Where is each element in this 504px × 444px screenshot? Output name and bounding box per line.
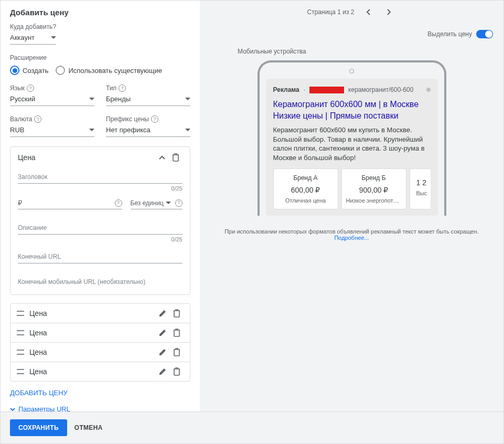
headline-counter: 0/25 — [18, 185, 183, 192]
trash-icon — [173, 309, 180, 318]
drag-handle-icon[interactable] — [17, 330, 24, 335]
disclaimer: При использовании некоторых форматов объ… — [200, 216, 503, 253]
highlight-label: Выделить цену — [427, 30, 472, 38]
currency-label: Валюта — [10, 115, 32, 123]
add-price-button[interactable]: ДОБАВИТЬ ЦЕНУ — [10, 389, 68, 397]
chevron-down-icon — [89, 98, 94, 101]
price-row: Цена — [10, 323, 190, 343]
redacted-domain — [309, 87, 344, 93]
pencil-icon — [158, 309, 167, 318]
trash-icon — [173, 348, 180, 356]
brand-card-partial: 1 2 Выс — [410, 168, 431, 209]
currency-symbol: ₽ — [18, 199, 22, 207]
chevron-down-icon — [185, 98, 190, 101]
unit-select[interactable]: Без единиц ? — [131, 197, 183, 209]
help-icon[interactable]: ? — [151, 115, 158, 123]
price-prefix-select[interactable]: Нет префикса — [106, 126, 190, 137]
radio-create[interactable]: Создать — [10, 66, 48, 75]
type-select[interactable]: Бренды — [106, 95, 190, 106]
price-row: Цена — [10, 343, 190, 362]
brand-desc: Отличная цена — [278, 197, 334, 204]
lang-value: Русский — [10, 95, 89, 103]
radio-icon-unselected — [56, 66, 65, 75]
add-to-select[interactable]: Аккаунт — [10, 34, 56, 45]
disclaimer-link[interactable]: Подробнее... — [334, 235, 369, 241]
help-icon[interactable]: ? — [27, 84, 34, 92]
chevron-down-icon — [89, 129, 94, 132]
pager-next-button[interactable] — [382, 6, 396, 18]
delete-button[interactable] — [170, 309, 184, 318]
pencil-icon — [158, 367, 167, 376]
chevron-down-icon — [185, 129, 190, 132]
radio-icon-selected — [10, 66, 19, 75]
chevron-down-icon — [10, 407, 15, 412]
drag-handle-icon[interactable] — [17, 369, 24, 374]
mobile-device-frame: Реклама · керамогранит/600-600 Керамогра… — [258, 60, 446, 216]
drag-handle-icon[interactable] — [17, 311, 24, 316]
lang-label: Язык — [10, 84, 25, 92]
price-card-title: Цена — [18, 153, 155, 162]
ad-menu-icon — [426, 88, 431, 92]
chevron-down-icon — [51, 36, 56, 39]
help-icon[interactable]: ? — [119, 84, 126, 92]
brand-card: Бренд А 600,00 ₽ Отличная цена — [273, 168, 338, 209]
ad-preview-card: Реклама · керамогранит/600-600 Керамогра… — [266, 79, 438, 216]
price-row: Цена — [10, 304, 190, 323]
radio-create-label: Создать — [23, 67, 48, 75]
drag-handle-icon[interactable] — [17, 350, 24, 355]
brand-desc: Низкое энергопотре... — [346, 197, 402, 204]
chevron-right-icon — [387, 8, 392, 16]
device-label: Мобильные устройства — [200, 38, 503, 60]
brand-price: 600,00 ₽ — [278, 186, 334, 194]
highlight-toggle[interactable] — [476, 30, 493, 38]
pager-text: Страница 1 из 2 — [307, 8, 355, 16]
ad-headline: Керамогранит 600х600 мм | в Москве Низки… — [273, 99, 431, 121]
brand-name: Бренд Б — [346, 174, 402, 182]
pager: Страница 1 из 2 — [200, 1, 503, 24]
brand-price: 1 2 — [416, 178, 430, 187]
trash-icon — [172, 153, 179, 162]
delete-button[interactable] — [170, 348, 184, 356]
url-params-label: Параметры URL — [18, 405, 70, 411]
headline-input[interactable]: Заголовок — [18, 168, 183, 184]
page-title: Добавить цену — [10, 8, 190, 17]
disclaimer-text: При использовании некоторых форматов объ… — [224, 228, 479, 235]
mobile-url-input[interactable]: Конечный мобильный URL (необязательно) — [18, 273, 183, 288]
cancel-button[interactable]: ОТМЕНА — [74, 424, 103, 431]
add-to-label: Куда добавить? — [10, 23, 190, 30]
add-to-value: Аккаунт — [10, 34, 51, 41]
delete-button[interactable] — [170, 329, 184, 337]
radio-use-existing[interactable]: Использовать существующие — [56, 66, 162, 75]
type-label: Тип — [106, 84, 116, 92]
price-row-label: Цена — [29, 309, 155, 318]
help-icon[interactable]: ? — [175, 199, 183, 207]
chevron-down-icon — [166, 202, 171, 205]
delete-button[interactable] — [170, 367, 184, 376]
collapse-button[interactable] — [155, 155, 169, 160]
help-icon[interactable]: ? — [115, 199, 122, 207]
chevron-up-icon — [158, 155, 166, 160]
description-input[interactable]: Описание — [18, 219, 183, 235]
brand-desc: Выс — [416, 190, 430, 196]
edit-button[interactable] — [155, 348, 170, 356]
price-prefix-value: Нет префикса — [106, 126, 185, 134]
delete-button[interactable] — [169, 153, 183, 162]
brand-price: 900,00 ₽ — [346, 186, 402, 194]
help-icon[interactable]: ? — [34, 115, 41, 123]
extension-label: Расширение — [10, 54, 190, 61]
edit-button[interactable] — [155, 367, 170, 376]
edit-button[interactable] — [155, 309, 170, 318]
edit-button[interactable] — [155, 329, 170, 337]
price-amount-input[interactable]: ₽ ? — [18, 197, 122, 209]
final-url-input[interactable]: Конечный URL — [18, 248, 183, 263]
ad-description: Керамогранит 600х600 мм купить в Москве.… — [273, 125, 431, 162]
pager-prev-button[interactable] — [361, 6, 375, 18]
trash-icon — [173, 367, 180, 376]
trash-icon — [173, 329, 180, 337]
ad-badge: Реклама — [273, 86, 299, 93]
currency-select[interactable]: RUB — [10, 126, 94, 137]
lang-select[interactable]: Русский — [10, 95, 94, 106]
save-button[interactable]: СОХРАНИТЬ — [10, 419, 67, 436]
price-row: Цена — [10, 362, 190, 381]
url-params-expander[interactable]: Параметры URL — [10, 405, 190, 411]
